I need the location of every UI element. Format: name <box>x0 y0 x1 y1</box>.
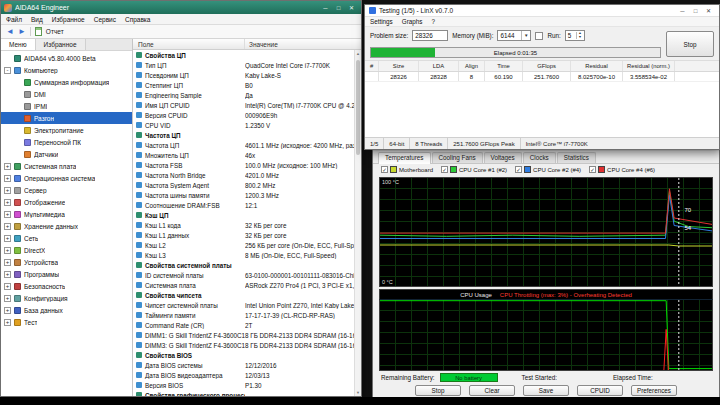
table-row[interactable]: Частота North Bridge4201.0 MHz <box>133 170 361 180</box>
section-row[interactable]: Свойства системной платы <box>133 260 361 270</box>
section-row[interactable]: Частота ЦП <box>133 130 361 140</box>
stop-button[interactable]: Stop <box>415 385 461 396</box>
expander-icon[interactable]: + <box>4 271 11 278</box>
nav-tab[interactable]: Меню <box>1 39 36 50</box>
table-row[interactable]: Чипсет системной платыIntel Union Point … <box>133 300 361 310</box>
expander-icon[interactable]: + <box>4 199 11 206</box>
tree-item[interactable]: +Системная плата <box>1 160 132 172</box>
table-row[interactable]: Версия BIOSP1.30 <box>133 380 361 390</box>
report-button[interactable]: Отчет <box>46 28 64 35</box>
table-row[interactable]: Частота шины памяти1200.3 MHz <box>133 190 361 200</box>
checkbox-checked-icon[interactable]: ✓ <box>589 166 596 173</box>
checkbox-checked-icon[interactable]: ✓ <box>515 166 522 173</box>
tree-item[interactable]: +Сеть <box>1 232 132 244</box>
tab-voltages[interactable]: Voltages <box>484 152 522 163</box>
table-row[interactable]: Множитель ЦП46x <box>133 150 361 160</box>
tree-item[interactable]: Электропитание <box>1 124 132 136</box>
tab-cooling-fans[interactable]: Cooling Fans <box>432 152 483 163</box>
tree-item[interactable]: +Тест <box>1 316 132 328</box>
close-icon[interactable]: ✕ <box>702 6 715 16</box>
tree-item[interactable]: Датчики <box>1 148 132 160</box>
scrollbar-thumb[interactable] <box>356 60 360 155</box>
table-row[interactable]: Кэш L1 данных32 КБ per core <box>133 230 361 240</box>
tree-item[interactable]: +Хранение данных <box>1 220 132 232</box>
section-row[interactable]: Кэш ЦП <box>133 210 361 220</box>
table-row[interactable]: Соотношение DRAM:FSB12:1 <box>133 200 361 210</box>
table-row[interactable]: DIMM1: G Skill TridentZ F4-3600C17-8GTZ8… <box>133 330 361 340</box>
table-row[interactable]: Кэш L2256 КБ per core (On-Die, ECC, Full… <box>133 240 361 250</box>
minimize-icon[interactable]: ─ <box>676 6 689 16</box>
run-input[interactable]: 5▲▼ <box>565 30 585 41</box>
tree-item[interactable]: Суммарная информация <box>1 76 132 88</box>
problem-size-input[interactable]: 28326 <box>412 30 448 41</box>
tree-item[interactable]: +Сервер <box>1 184 132 196</box>
close-icon[interactable]: ✕ <box>345 3 358 13</box>
table-row[interactable]: CPU VID1.2350 V <box>133 120 361 130</box>
table-row[interactable]: Частота System Agent800.2 MHz <box>133 180 361 190</box>
tree-item[interactable]: +DirectX <box>1 244 132 256</box>
expander-icon[interactable]: + <box>4 163 11 170</box>
tree-item[interactable]: +Операционная система <box>1 172 132 184</box>
expander-icon[interactable]: + <box>4 211 11 218</box>
tree-item[interactable]: Разгон <box>1 112 132 124</box>
section-row[interactable]: Свойства BIOS <box>133 350 361 360</box>
taskbar[interactable] <box>0 397 720 405</box>
table-row[interactable]: DIMM3: G Skill TridentZ F4-3600C17-8GTZ8… <box>133 340 361 350</box>
menu-item[interactable]: Сервис <box>94 16 116 23</box>
tree-item[interactable]: IPMI <box>1 100 132 112</box>
table-row[interactable]: Псевдоним ЦПKaby Lake-S <box>133 70 361 80</box>
table-row[interactable]: Кэш L38 МБ (On-Die, ECC, Full-Speed) <box>133 250 361 260</box>
table-row[interactable]: Частота ЦП4601.1 MHz (исходное: 4200 MHz… <box>133 140 361 150</box>
table-row[interactable]: Дата BIOS видеоадаптера12/03/13 <box>133 370 361 380</box>
table-row[interactable]: Дата BIOS системы12/12/2016 <box>133 360 361 370</box>
expander-icon[interactable]: + <box>4 247 11 254</box>
table-row[interactable]: Степпинг ЦПB0 <box>133 80 361 90</box>
section-row[interactable]: Свойства чипсета <box>133 290 361 300</box>
expander-icon[interactable]: + <box>4 223 11 230</box>
expander-icon[interactable]: + <box>4 235 11 242</box>
scroll-up-icon[interactable]: ▲ <box>355 51 361 56</box>
table-row[interactable]: Версия CPUID000906E9h <box>133 110 361 120</box>
tree-item[interactable]: +Устройства <box>1 256 132 268</box>
table-row[interactable]: Имя ЦП CPUIDIntel(R) Core(TM) i7-7700K C… <box>133 100 361 110</box>
maximize-icon[interactable]: □ <box>332 3 345 13</box>
cpuid-button[interactable]: CPUID <box>577 385 623 396</box>
table-row[interactable]: Частота FSB100.0 MHz (исходное: 100 MHz) <box>133 160 361 170</box>
stop-button[interactable]: Stop <box>666 31 714 57</box>
expander-icon[interactable]: + <box>4 259 11 266</box>
expander-icon[interactable]: + <box>4 175 11 182</box>
preferences-button[interactable]: Preferences <box>631 385 677 396</box>
expander-icon[interactable]: - <box>4 67 11 74</box>
save-button[interactable]: Save <box>523 385 569 396</box>
menu-item[interactable]: Graphs <box>402 18 423 25</box>
tree-item[interactable]: +База данных <box>1 304 132 316</box>
linx-titlebar[interactable]: Testing (1/5) - LinX v0.7.0 ─□✕ <box>365 5 719 17</box>
back-icon[interactable]: ◄ <box>6 28 14 36</box>
tree-item[interactable]: DMI <box>1 88 132 100</box>
section-row[interactable]: Свойства ЦП <box>133 50 361 60</box>
scroll-down-icon[interactable]: ▼ <box>355 390 361 395</box>
nav-tab[interactable]: Избранное <box>36 39 86 50</box>
table-row[interactable]: ID системной платы63-0100-000001-0010111… <box>133 270 361 280</box>
tree-item[interactable]: Переносной ПК <box>1 136 132 148</box>
checkbox-checked-icon[interactable]: ✓ <box>441 166 448 173</box>
table-row[interactable]: 2832628328860.190251.76008.025700e-103.5… <box>365 72 719 82</box>
menu-item[interactable]: Settings <box>370 18 393 25</box>
maximize-icon[interactable]: □ <box>689 6 702 16</box>
expander-icon[interactable]: + <box>4 319 11 326</box>
menu-item[interactable]: Файл <box>6 16 22 23</box>
expander-icon[interactable]: + <box>4 187 11 194</box>
spinner-icon[interactable]: ▲▼ <box>576 32 581 39</box>
all-memory-checkbox[interactable] <box>535 32 543 40</box>
table-row[interactable]: Системная платаASRock Z270 Pro4 (1 PCI, … <box>133 280 361 290</box>
table-row[interactable]: Command Rate (CR)2T <box>133 320 361 330</box>
expander-icon[interactable]: + <box>4 295 11 302</box>
forward-icon[interactable]: ► <box>18 28 26 36</box>
section-row[interactable]: Свойства графического процессора <box>133 390 361 396</box>
tree-item[interactable]: +Отображение <box>1 196 132 208</box>
vertical-scrollbar[interactable]: ▲ ▼ <box>354 50 361 396</box>
expander-icon[interactable]: + <box>4 283 11 290</box>
expander-icon[interactable]: + <box>4 307 11 314</box>
table-row[interactable]: Тип ЦПQuadCore Intel Core i7-7700K <box>133 60 361 70</box>
table-row[interactable]: Engineering SampleДа <box>133 90 361 100</box>
